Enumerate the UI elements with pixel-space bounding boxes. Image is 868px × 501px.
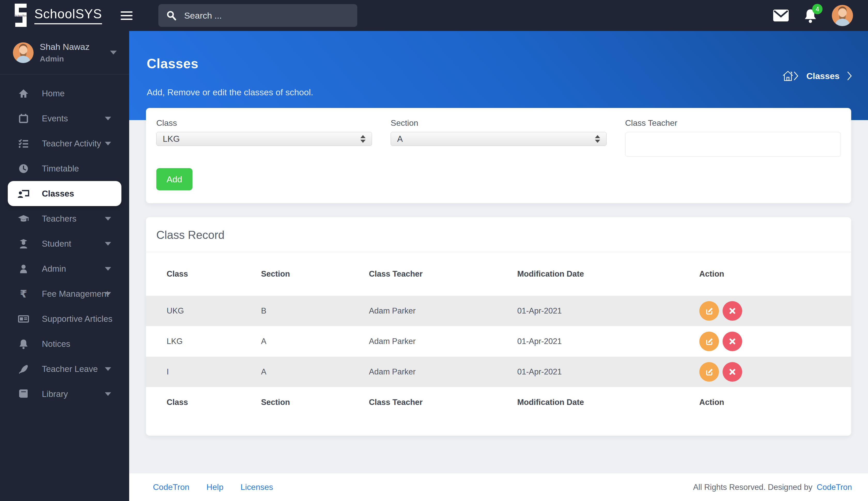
rupee-icon: ₹ bbox=[18, 288, 30, 300]
app-logo[interactable]: SchoolSys SchoolSYS bbox=[12, 3, 102, 28]
checklist-icon bbox=[18, 138, 30, 149]
cell-date: 01-Apr-2021 bbox=[517, 337, 699, 346]
add-class-form: Class LKG Section A Class Teacher bbox=[156, 118, 841, 157]
action-cell bbox=[699, 332, 841, 351]
chevron-right-icon bbox=[847, 72, 852, 80]
user-role: Admin bbox=[40, 54, 89, 63]
cell-class: I bbox=[167, 367, 261, 376]
action-cell bbox=[699, 362, 841, 382]
sidebar-item-teachers[interactable]: Teachers bbox=[8, 206, 121, 231]
class-teacher-input[interactable] bbox=[625, 132, 841, 157]
class-teacher-label: Class Teacher bbox=[625, 118, 841, 128]
chevron-down-icon bbox=[110, 51, 117, 54]
book-icon bbox=[18, 389, 30, 399]
class-field: Class LKG bbox=[156, 118, 372, 157]
col-action: Action bbox=[699, 398, 841, 407]
chevron-down-icon bbox=[105, 367, 111, 371]
sidebar-item-admin[interactable]: Admin bbox=[8, 256, 121, 281]
logo-text: SchoolSYS bbox=[34, 7, 102, 24]
add-button[interactable]: Add bbox=[156, 168, 192, 190]
sidebar-item-events[interactable]: Events bbox=[8, 106, 121, 131]
topbar-actions: 4 bbox=[758, 5, 853, 26]
breadcrumb-current[interactable]: Classes bbox=[806, 71, 839, 81]
feather-icon bbox=[18, 364, 30, 374]
col-modification-date: Modification Date bbox=[517, 398, 699, 407]
close-icon bbox=[728, 368, 737, 376]
footer-link-help[interactable]: Help bbox=[207, 482, 223, 492]
record-title: Class Record bbox=[146, 217, 851, 252]
class-select[interactable]: LKG bbox=[156, 132, 372, 146]
sidebar-item-library[interactable]: Library bbox=[8, 382, 121, 406]
chevron-right-icon bbox=[794, 72, 798, 80]
table-row: I A Adam Parker 01-Apr-2021 bbox=[146, 356, 851, 387]
col-action: Action bbox=[699, 269, 841, 279]
page-header: Classes Add, Remove or edit the classes … bbox=[129, 31, 868, 120]
section-field: Section A bbox=[391, 118, 606, 157]
select-arrows-icon bbox=[360, 135, 366, 143]
messages-button[interactable] bbox=[773, 9, 789, 22]
edit-button[interactable] bbox=[699, 332, 719, 351]
designer-link[interactable]: CodeTron bbox=[817, 483, 852, 492]
notifications-button[interactable]: 4 bbox=[804, 8, 817, 23]
cell-section: A bbox=[261, 337, 369, 346]
sidebar: Shah Nawaz Admin Home Events Teacher Act… bbox=[0, 31, 129, 501]
sidebar-item-student[interactable]: Student bbox=[8, 231, 121, 256]
notification-badge: 4 bbox=[812, 4, 823, 14]
user-name: Shah Nawaz bbox=[40, 42, 89, 52]
delete-button[interactable] bbox=[722, 362, 742, 382]
chalkboard-user-icon bbox=[18, 189, 30, 199]
svg-text:₹: ₹ bbox=[20, 288, 27, 300]
topbar: SchoolSys SchoolSYS 4 bbox=[0, 0, 868, 31]
col-class: Class bbox=[167, 398, 261, 407]
main-content: Classes Add, Remove or edit the classes … bbox=[129, 31, 868, 501]
sidebar-item-timetable[interactable]: Timetable bbox=[8, 156, 121, 181]
page-subtitle: Add, Remove or edit the classes of schoo… bbox=[147, 87, 313, 97]
chevron-down-icon bbox=[105, 267, 111, 271]
close-icon bbox=[728, 337, 737, 345]
close-icon bbox=[728, 307, 737, 315]
copyright-text: All Rights Resorved. Designed by CodeTro… bbox=[693, 483, 852, 492]
sidebar-item-notices[interactable]: Notices bbox=[8, 331, 121, 356]
chevron-down-icon bbox=[105, 392, 111, 396]
delete-button[interactable] bbox=[722, 301, 742, 321]
sidebar-user-text: Shah Nawaz Admin bbox=[40, 42, 89, 63]
sidebar-user-avatar bbox=[13, 42, 34, 63]
edit-icon bbox=[704, 367, 714, 377]
cell-class: UKG bbox=[167, 306, 261, 316]
sidebar-item-supportive-articles[interactable]: Supportive Articles bbox=[8, 306, 121, 331]
breadcrumb: Classes bbox=[782, 70, 852, 82]
section-select[interactable]: A bbox=[391, 132, 606, 146]
cell-section: A bbox=[261, 367, 369, 376]
delete-button[interactable] bbox=[722, 332, 742, 351]
sidebar-item-home[interactable]: Home bbox=[8, 81, 121, 106]
col-class: Class bbox=[167, 269, 261, 279]
user-icon bbox=[18, 264, 30, 274]
page-title: Classes bbox=[147, 56, 198, 71]
cell-teacher: Adam Parker bbox=[369, 337, 517, 346]
edit-button[interactable] bbox=[699, 301, 719, 321]
sidebar-user-panel[interactable]: Shah Nawaz Admin bbox=[0, 31, 129, 74]
sidebar-item-fee-management[interactable]: ₹ Fee Management bbox=[8, 281, 121, 306]
section-label: Section bbox=[391, 118, 606, 128]
table-row: LKG A Adam Parker 01-Apr-2021 bbox=[146, 326, 851, 356]
cell-teacher: Adam Parker bbox=[369, 367, 517, 376]
col-class-teacher: Class Teacher bbox=[369, 398, 517, 407]
newspaper-icon bbox=[18, 314, 30, 324]
search-input[interactable] bbox=[184, 11, 350, 21]
sidebar-item-teacher-leave[interactable]: Teacher Leave bbox=[8, 356, 121, 382]
edit-button[interactable] bbox=[699, 362, 719, 382]
sidebar-item-teacher-activity[interactable]: Teacher Activity bbox=[8, 131, 121, 156]
chevron-down-icon bbox=[105, 142, 111, 146]
home-icon[interactable] bbox=[782, 70, 794, 82]
footer-link-codetron[interactable]: CodeTron bbox=[153, 482, 189, 492]
calendar-icon bbox=[18, 113, 30, 124]
user-avatar[interactable] bbox=[832, 5, 853, 26]
footer: CodeTron Help Licenses All Rights Resorv… bbox=[129, 473, 868, 501]
sidebar-item-classes[interactable]: Classes bbox=[8, 181, 121, 206]
menu-toggle-icon[interactable] bbox=[121, 9, 133, 22]
footer-link-licenses[interactable]: Licenses bbox=[241, 482, 273, 492]
col-section: Section bbox=[261, 269, 369, 279]
cell-teacher: Adam Parker bbox=[369, 306, 517, 316]
search-bar bbox=[158, 4, 357, 27]
table-row: UKG B Adam Parker 01-Apr-2021 bbox=[146, 296, 851, 326]
